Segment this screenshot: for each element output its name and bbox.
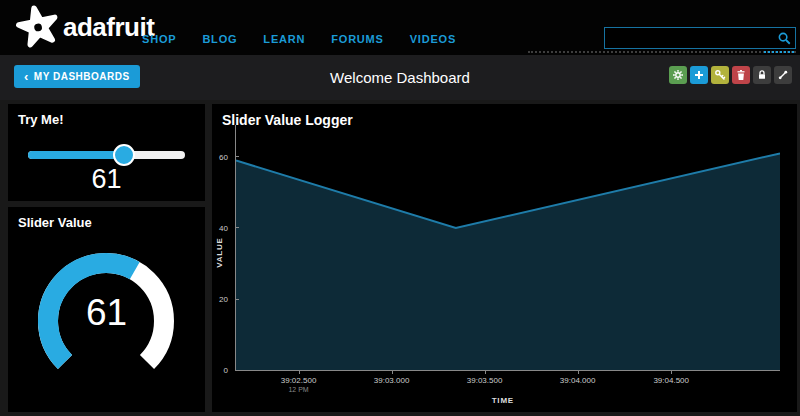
nav-link-shop[interactable]: SHOP: [142, 33, 176, 45]
y-axis-label: VALUE: [215, 237, 224, 268]
search-input[interactable]: [605, 32, 777, 44]
tick-label: 39:04.000: [548, 376, 608, 385]
primary-nav: SHOP BLOG LEARN FORUMS VIDEOS: [142, 33, 456, 45]
tick-mark: [235, 299, 239, 300]
block-title: Slider Value: [8, 207, 205, 238]
tick-label: 0: [224, 366, 228, 375]
plus-icon: [693, 69, 705, 81]
nav-link-learn[interactable]: LEARN: [263, 33, 305, 45]
slider-block: Try Me! 61: [8, 104, 205, 201]
gauge-block: Slider Value 61: [8, 207, 205, 412]
add-block-button[interactable]: [690, 66, 708, 84]
tick-mark: [578, 370, 579, 374]
slider-track[interactable]: [28, 151, 185, 159]
tick-mark: [485, 370, 486, 374]
tick-mark: [235, 156, 239, 157]
tick-mark: [235, 370, 239, 371]
lock-button[interactable]: [753, 66, 771, 84]
nav-link-forums[interactable]: FORUMS: [331, 33, 383, 45]
search-box: [604, 27, 796, 49]
resize-diagonal-icon: [777, 69, 789, 81]
key-icon: [714, 69, 726, 81]
gauge-value: 61: [8, 292, 205, 334]
tick-label: 39:03.000: [362, 376, 422, 385]
area-chart: [236, 125, 780, 370]
tick-mark: [671, 370, 672, 374]
nav-link-blog[interactable]: BLOG: [202, 33, 237, 45]
nav-link-videos[interactable]: VIDEOS: [410, 33, 456, 45]
resize-button[interactable]: [774, 66, 792, 84]
delete-button[interactable]: [732, 66, 750, 84]
dashboard-actions: [669, 66, 792, 84]
tick-label: 60: [219, 152, 228, 161]
slider-thumb[interactable]: [113, 144, 135, 166]
chart-plot-area[interactable]: 0 20 40 60 39:02.50012 PM 39:03.000 39:0…: [235, 125, 780, 371]
chart-block: Slider Value Logger 0 20 40 60 39:02.500…: [212, 104, 797, 412]
dotted-separator: [528, 51, 796, 53]
dashboard-header: ‹ MY DASHBOARDS Welcome Dashboard: [0, 55, 800, 100]
tick-mark: [235, 227, 239, 228]
top-nav-bar: adafruit SHOP BLOG LEARN FORUMS VIDEOS: [0, 0, 800, 55]
tick-label: 39:03.500: [455, 376, 515, 385]
slider-fill: [28, 151, 124, 159]
block-title: Try Me!: [8, 104, 205, 135]
x-axis-label: TIME: [492, 396, 514, 405]
slider-value: 61: [8, 164, 205, 195]
brand-name: adafruit: [63, 12, 154, 43]
tick-mark: [299, 370, 300, 374]
tick-label: 40: [219, 223, 228, 232]
tick-label: 39:02.500: [269, 376, 329, 385]
tick-sublabel: 12 PM: [269, 386, 329, 393]
tick-label: 20: [219, 295, 228, 304]
settings-button[interactable]: [669, 66, 687, 84]
tick-mark: [392, 370, 393, 374]
adafruit-logo[interactable]: adafruit: [16, 4, 154, 50]
trash-icon: [735, 69, 747, 81]
tick-label: 39:04.500: [641, 376, 701, 385]
search-icon[interactable]: [777, 31, 792, 46]
dotted-separator-accent: [764, 51, 794, 53]
gear-icon: [672, 69, 684, 81]
key-button[interactable]: [711, 66, 729, 84]
value-slider[interactable]: [28, 144, 185, 166]
lock-icon: [756, 69, 768, 81]
adafruit-flower-icon: [12, 0, 65, 54]
